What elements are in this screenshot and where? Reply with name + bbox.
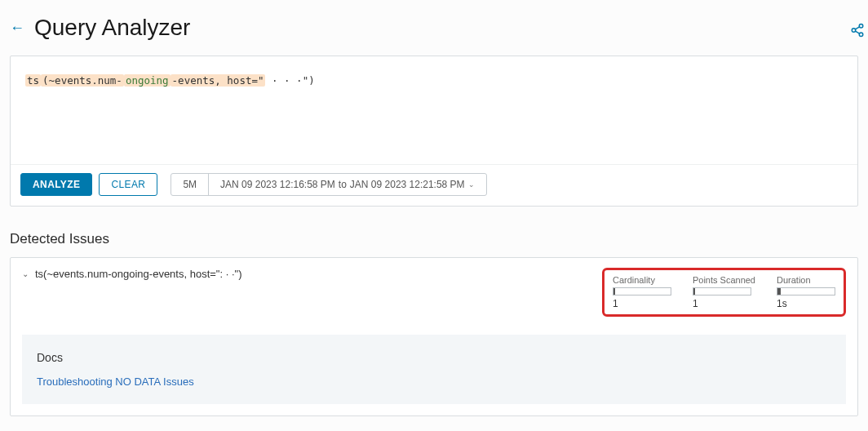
metric-cardinality-value: 1 bbox=[613, 298, 671, 309]
clear-button[interactable]: CLEAR bbox=[99, 173, 157, 196]
timerange-picker[interactable]: JAN 09 2023 12:16:58 PM to JAN 09 2023 1… bbox=[209, 174, 486, 195]
timerange-to: JAN 09 2023 12:21:58 PM bbox=[350, 179, 465, 190]
metric-points-scanned-bar bbox=[693, 287, 751, 295]
metric-cardinality-bar bbox=[613, 287, 671, 295]
query-editor[interactable]: ts(~events.num-ongoing-events, host=" · … bbox=[11, 56, 857, 164]
page-title: Query Analyzer bbox=[34, 15, 190, 41]
metric-points-scanned: Points Scanned 1 bbox=[693, 275, 755, 309]
metric-cardinality-label: Cardinality bbox=[613, 275, 671, 285]
metric-duration-value: 1s bbox=[777, 298, 835, 309]
issue-row-toggle[interactable]: ⌄ ts(~events.num-ongoing-events, host=":… bbox=[22, 268, 602, 280]
metrics-highlight-box: Cardinality 1 Points Scanned 1 Duration … bbox=[602, 268, 846, 317]
chevron-down-icon: ⌄ bbox=[468, 180, 475, 189]
metric-cardinality: Cardinality 1 bbox=[613, 275, 671, 309]
svg-line-4 bbox=[855, 31, 859, 33]
docs-panel: Docs Troubleshooting NO DATA Issues bbox=[22, 335, 846, 404]
share-icon[interactable] bbox=[850, 23, 865, 38]
metric-duration-label: Duration bbox=[777, 275, 835, 285]
query-token-body-e: ") bbox=[303, 74, 315, 87]
svg-line-3 bbox=[855, 27, 859, 29]
detected-issues-heading: Detected Issues bbox=[10, 231, 858, 247]
metric-points-scanned-value: 1 bbox=[693, 298, 755, 309]
analyze-button[interactable]: ANALYZE bbox=[20, 173, 92, 196]
duration-pill[interactable]: 5M bbox=[171, 174, 209, 195]
duration-pill-label: 5M bbox=[183, 179, 197, 190]
timerange-segment: 5M JAN 09 2023 12:16:58 PM to JAN 09 202… bbox=[170, 173, 486, 196]
chevron-down-icon: ⌄ bbox=[22, 269, 29, 278]
query-token-body-b: ongoing bbox=[124, 74, 170, 87]
query-token-host: · · · bbox=[265, 74, 302, 87]
query-token-fn: ts bbox=[25, 74, 41, 87]
back-arrow-icon[interactable]: ← bbox=[10, 20, 24, 37]
metric-duration: Duration 1s bbox=[777, 275, 835, 309]
timerange-from: JAN 09 2023 12:16:58 PM bbox=[220, 179, 335, 190]
docs-link[interactable]: Troubleshooting NO DATA Issues bbox=[37, 375, 831, 388]
issue-row-text: ts(~events.num-ongoing-events, host=": ·… bbox=[35, 268, 241, 280]
metric-duration-bar bbox=[777, 287, 835, 295]
query-card: ts(~events.num-ongoing-events, host=" · … bbox=[10, 56, 858, 207]
toolbar: ANALYZE CLEAR 5M JAN 09 2023 12:16:58 PM… bbox=[11, 164, 857, 206]
query-token-body-c: -events, host=" bbox=[170, 74, 266, 87]
query-token-body-a: (~events.num- bbox=[41, 74, 124, 87]
metric-points-scanned-label: Points Scanned bbox=[693, 275, 755, 285]
timerange-to-word: to bbox=[339, 179, 347, 190]
docs-title: Docs bbox=[37, 351, 831, 364]
issue-card: ⌄ ts(~events.num-ongoing-events, host=":… bbox=[10, 257, 858, 416]
